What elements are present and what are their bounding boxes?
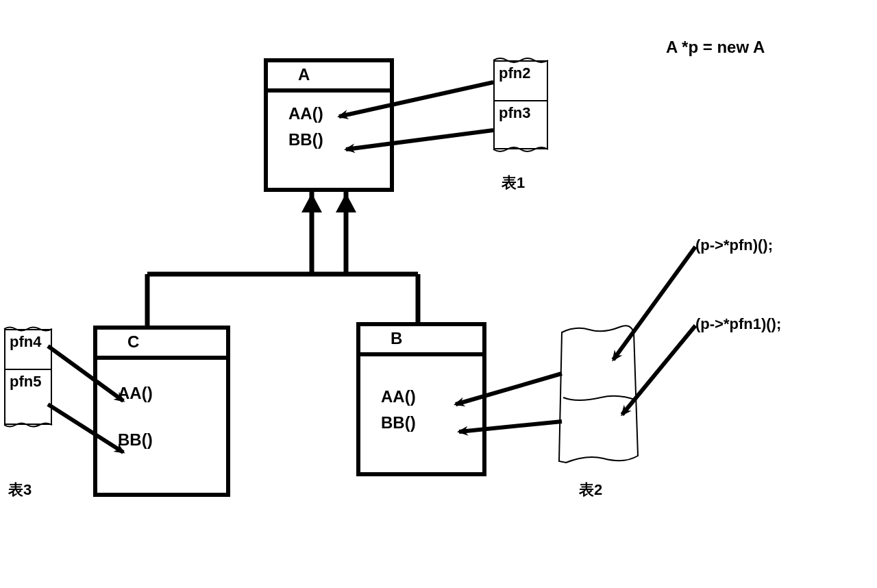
svg-line-6 (613, 247, 695, 360)
class-c-method-aa: AA() (97, 380, 226, 406)
table1-caption: 表1 (502, 173, 525, 193)
table1-row1: pfn2 (495, 62, 547, 86)
class-box-a: A AA() BB() (264, 58, 394, 192)
table2-caption: 表2 (579, 480, 602, 500)
class-c-method-bb: BB() (97, 427, 226, 453)
table2-row2: pfn1 (574, 410, 612, 433)
class-c-title: C (97, 330, 226, 360)
class-a-method-bb: BB() (268, 127, 390, 153)
svg-marker-14 (336, 193, 356, 212)
table1-row2: pfn3 (495, 101, 547, 126)
table3-row1: pfn4 (5, 330, 51, 355)
class-a-title: A (268, 62, 390, 93)
table2-row1: Pfn (576, 360, 604, 383)
table3-caption: 表3 (8, 480, 32, 500)
class-box-c: C AA() BB() (93, 326, 230, 497)
table3-note: pfn4 pfn5 (4, 329, 52, 425)
svg-marker-13 (301, 193, 322, 212)
svg-line-7 (622, 326, 695, 415)
annotation-pfn: (p->*pfn)(); (695, 236, 773, 254)
class-box-b: B AA() BB() (356, 322, 486, 476)
class-b-method-bb: BB() (360, 410, 482, 436)
table3-row2: pfn5 (5, 370, 51, 395)
diagram-stage: { "title_code": "A *p = new A", "classA"… (0, 0, 877, 588)
arrows-overlay (0, 0, 877, 588)
class-a-method-aa: AA() (268, 101, 390, 127)
table1-note: pfn2 pfn3 (493, 60, 548, 149)
class-b-title: B (360, 326, 482, 356)
class-b-method-aa: AA() (360, 384, 482, 410)
annotation-pfn1: (p->*pfn1)(); (695, 315, 781, 333)
code-snippet: A *p = new A (666, 38, 765, 57)
